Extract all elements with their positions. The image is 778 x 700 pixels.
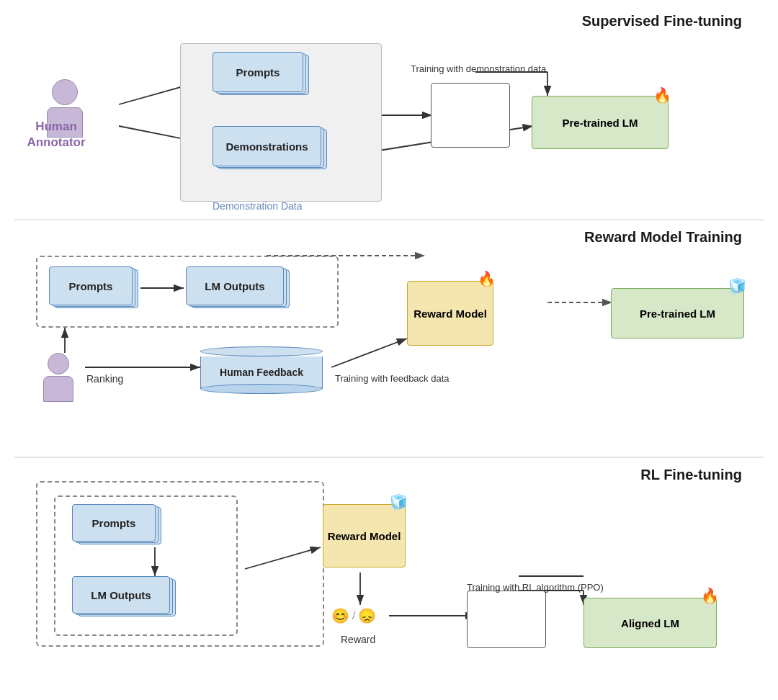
- sft-fire-emoji: 🔥: [653, 88, 671, 102]
- sft-training-box: [431, 83, 510, 148]
- demo-data-label: Demonstration Data: [213, 200, 303, 212]
- rl-smile-emoji: 😊: [331, 609, 349, 623]
- rl-sad-emoji: 😞: [358, 609, 376, 623]
- rmt-lm-outputs-stack: LM Outputs: [186, 266, 287, 308]
- rmt-prompts-stack: Prompts: [49, 266, 135, 308]
- rmt-human-feedback: Human Feedback: [200, 344, 323, 396]
- rl-ice-emoji: 🧊: [390, 495, 408, 509]
- rl-fire-emoji: 🔥: [701, 588, 719, 603]
- rl-lm-outputs-stack: LM Outputs: [72, 576, 173, 616]
- rl-reward-model: Reward Model 🧊: [323, 504, 406, 567]
- rl-prompts-stack: Prompts: [72, 504, 158, 544]
- rmt-human-figure: [43, 353, 73, 402]
- rl-title: RL Fine-tuning: [640, 467, 742, 483]
- diagram-container: Supervised Fine-tuning Demonstration Dat…: [0, 0, 778, 700]
- rmt-reward-model: Reward Model 🔥: [407, 281, 493, 346]
- rl-training-box: [467, 591, 546, 648]
- sft-prompts-stack: Prompts: [213, 52, 306, 95]
- rmt-ranking-label: Ranking: [86, 373, 123, 385]
- rmt-feedback-label: Training with feedback data: [335, 373, 450, 384]
- sft-annotator-label: Human Annotator: [20, 119, 92, 151]
- rl-reward-emojis: 😊 / 😞: [331, 609, 376, 623]
- rmt-fire-emoji: 🔥: [478, 272, 496, 286]
- rl-aligned-lm: Aligned LM 🔥: [584, 598, 717, 648]
- rmt-ice-emoji: 🧊: [728, 279, 746, 293]
- svg-line-12: [331, 338, 407, 367]
- sft-pretrained-lm: Pre-trained LM 🔥: [532, 96, 669, 149]
- rmt-title: Reward Model Training: [584, 229, 742, 246]
- rl-training-algo-label: Training with RL algorithm (PPO): [467, 582, 604, 593]
- sft-title: Supervised Fine-tuning: [582, 13, 742, 30]
- sft-demonstrations-stack: Demonstrations: [213, 126, 324, 169]
- sft-training-label: Training with demonstration data: [411, 63, 546, 74]
- rmt-pretrained-lm: Pre-trained LM 🧊: [611, 288, 744, 338]
- rl-reward-label: Reward: [341, 634, 375, 645]
